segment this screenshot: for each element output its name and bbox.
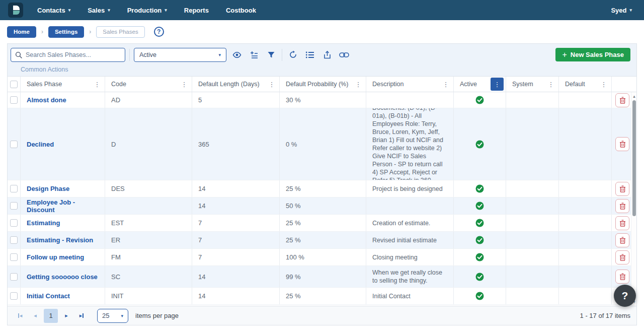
nav-item-costbook[interactable]: Costbook bbox=[226, 7, 256, 14]
delete-button[interactable] bbox=[615, 93, 629, 107]
column-menu-icon[interactable]: ⋮ bbox=[92, 79, 103, 90]
sales-phase-link[interactable]: Declined bbox=[27, 141, 54, 148]
user-name: Syed bbox=[611, 7, 626, 14]
prev-page-button[interactable]: ◂ bbox=[29, 309, 42, 322]
show-hide-columns-button[interactable] bbox=[230, 48, 244, 61]
filter-button[interactable] bbox=[265, 48, 278, 61]
column-menu-icon[interactable]: ⋮ bbox=[440, 79, 451, 90]
nav-label: Sales bbox=[88, 7, 105, 14]
list-view-button[interactable] bbox=[303, 48, 316, 61]
column-header-system[interactable]: System bbox=[512, 81, 533, 88]
new-sales-phase-button[interactable]: + New Sales Phase bbox=[555, 48, 630, 61]
breadcrumb-home[interactable]: Home bbox=[7, 26, 36, 38]
nav-item-sales[interactable]: Sales ▾ bbox=[88, 7, 110, 14]
row-checkbox[interactable] bbox=[10, 219, 18, 227]
delete-button[interactable] bbox=[615, 199, 629, 213]
delete-button[interactable] bbox=[615, 216, 629, 230]
sales-phase-link[interactable]: Estimating bbox=[27, 219, 60, 227]
length-cell: 14 bbox=[192, 266, 280, 287]
current-page[interactable]: 1 bbox=[44, 309, 58, 323]
trash-icon bbox=[619, 203, 626, 210]
column-menu-icon-active[interactable]: ⋮ bbox=[491, 78, 504, 91]
vertical-scrollbar[interactable]: ▴ ▾ bbox=[631, 92, 636, 306]
row-checkbox[interactable] bbox=[10, 202, 18, 210]
nav-item-reports[interactable]: Reports bbox=[184, 7, 209, 14]
description-cell: Project is being designed bbox=[366, 180, 454, 197]
active-check-icon bbox=[475, 219, 484, 227]
description-cell: Documents: (B-01), (B-01a), (B-01b) - Al… bbox=[366, 108, 454, 180]
column-menu-icon[interactable]: ⋮ bbox=[353, 79, 364, 90]
system-cell bbox=[506, 197, 559, 214]
system-cell bbox=[506, 288, 559, 304]
sales-phase-link[interactable]: Employee Job - Discount bbox=[27, 198, 99, 214]
column-header-default-probability[interactable]: Default Probability (%) bbox=[286, 81, 348, 88]
nav-item-contacts[interactable]: Contacts ▾ bbox=[37, 7, 70, 14]
scrollbar-thumb[interactable] bbox=[632, 100, 636, 216]
system-cell bbox=[506, 92, 559, 108]
page-size-dropdown[interactable]: 25 ▾ bbox=[97, 309, 128, 323]
next-page-button[interactable]: ▸ bbox=[60, 309, 73, 322]
description-cell: Creation of estimate. bbox=[366, 215, 454, 231]
user-menu[interactable]: Syed ▾ bbox=[611, 7, 632, 14]
sales-phase-link[interactable]: Getting soooooo close bbox=[27, 273, 98, 281]
length-cell: 14 bbox=[192, 180, 280, 197]
sales-phase-link[interactable]: Estimating - Revision bbox=[27, 236, 93, 244]
row-checkbox[interactable] bbox=[10, 96, 18, 104]
row-checkbox[interactable] bbox=[10, 253, 18, 261]
select-all-checkbox[interactable] bbox=[10, 81, 18, 88]
table-row: Almost done AD 5 30 % bbox=[8, 92, 636, 108]
common-actions-link[interactable]: Common Actions bbox=[21, 66, 68, 73]
scroll-up-icon[interactable]: ▴ bbox=[631, 93, 636, 99]
first-page-button[interactable]: ◂ bbox=[14, 309, 27, 322]
delete-button[interactable] bbox=[615, 137, 629, 151]
default-cell bbox=[559, 180, 612, 197]
system-cell bbox=[506, 108, 559, 180]
column-header-active[interactable]: Active bbox=[460, 81, 477, 88]
last-page-button[interactable]: ▸ bbox=[75, 309, 88, 322]
column-menu-icon[interactable]: ⋮ bbox=[179, 79, 190, 90]
app-logo[interactable] bbox=[8, 3, 23, 18]
column-header-description[interactable]: Description bbox=[372, 81, 404, 88]
column-header-default[interactable]: Default bbox=[565, 81, 585, 88]
delete-button[interactable] bbox=[615, 270, 629, 284]
status-filter-dropdown[interactable]: Active ▾ bbox=[134, 48, 226, 62]
export-button[interactable] bbox=[320, 48, 334, 61]
row-checkbox[interactable] bbox=[10, 292, 18, 300]
chevron-down-icon: ▾ bbox=[165, 8, 167, 13]
breadcrumb: Home › Settings › Sales Phases ? bbox=[0, 20, 644, 43]
table-row: Estimating - Revision ER 7 25 % Revised … bbox=[8, 232, 636, 249]
row-checkbox[interactable] bbox=[10, 185, 18, 192]
row-checkbox[interactable] bbox=[10, 236, 18, 244]
sales-phase-link[interactable]: Follow up meeting bbox=[27, 253, 84, 261]
row-checkbox[interactable] bbox=[10, 141, 18, 148]
column-menu-icon[interactable]: ⋮ bbox=[598, 79, 609, 90]
row-checkbox[interactable] bbox=[10, 273, 18, 281]
delete-button[interactable] bbox=[615, 250, 629, 264]
insert-column-button[interactable] bbox=[248, 48, 261, 61]
column-header-code[interactable]: Code bbox=[111, 81, 126, 88]
column-menu-icon[interactable]: ⋮ bbox=[266, 79, 277, 90]
trash-icon bbox=[619, 273, 626, 280]
help-fab-button[interactable]: ? bbox=[614, 285, 636, 307]
breadcrumb-settings[interactable]: Settings bbox=[48, 26, 84, 38]
column-menu-icon[interactable]: ⋮ bbox=[545, 79, 556, 90]
probability-cell: 50 % bbox=[280, 197, 366, 214]
delete-button[interactable] bbox=[615, 233, 629, 247]
insert-column-icon bbox=[250, 50, 259, 59]
items-per-page-label: items per page bbox=[135, 312, 179, 319]
column-header-default-length[interactable]: Default Length (Days) bbox=[198, 81, 260, 88]
search-input[interactable] bbox=[26, 51, 121, 58]
help-icon[interactable]: ? bbox=[154, 27, 164, 37]
refresh-button[interactable] bbox=[286, 48, 299, 61]
table-row: Initial Contact INIT 14 25 % Initial Con… bbox=[8, 288, 636, 305]
sales-phase-link[interactable]: Initial Contact bbox=[27, 292, 70, 300]
default-cell bbox=[559, 249, 612, 265]
copy-link-button[interactable] bbox=[338, 48, 351, 61]
column-header-sales-phase[interactable]: Sales Phase bbox=[27, 81, 62, 88]
sales-phase-link[interactable]: Almost done bbox=[27, 96, 66, 104]
table-row: Design Phase DES 14 25 % Project is bein… bbox=[8, 180, 636, 197]
nav-item-production[interactable]: Production ▾ bbox=[127, 7, 167, 14]
system-cell bbox=[506, 249, 559, 265]
delete-button[interactable] bbox=[615, 182, 629, 196]
sales-phase-link[interactable]: Design Phase bbox=[27, 185, 69, 192]
